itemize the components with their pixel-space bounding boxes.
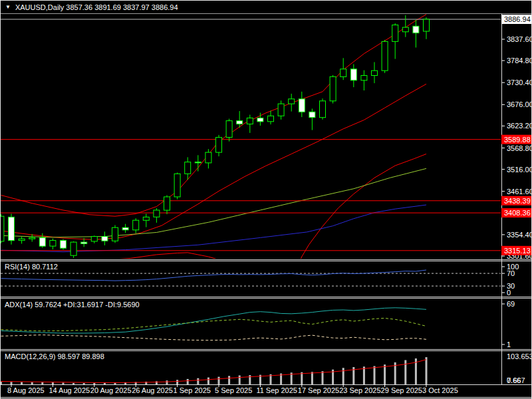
adx-indicator-label: ADX(14) 59.7624 +DI:31.6917 -DI:9.5690 — [5, 301, 140, 309]
price-scale[interactable] — [501, 14, 532, 384]
chart-title: XAUUSD,Daily 3857.36 3891.69 3837.97 388… — [15, 3, 178, 11]
mt4-chart-window: 3837.603784.803730.403676.003623.203568.… — [0, 0, 532, 399]
title-bar: ▼ XAUUSD,Daily 3857.36 3891.69 3837.97 3… — [5, 3, 178, 12]
time-scale[interactable] — [1, 384, 501, 399]
rsi-indicator-label: RSI(14) 80.7112 — [5, 263, 58, 271]
macd-indicator-label: MACD(12,26,9) 98.597 89.898 — [5, 352, 104, 360]
symbol-menu-icon[interactable]: ▼ — [5, 4, 11, 11]
rsi-pane[interactable] — [1, 262, 501, 296]
main-chart-pane[interactable] — [1, 14, 501, 259]
